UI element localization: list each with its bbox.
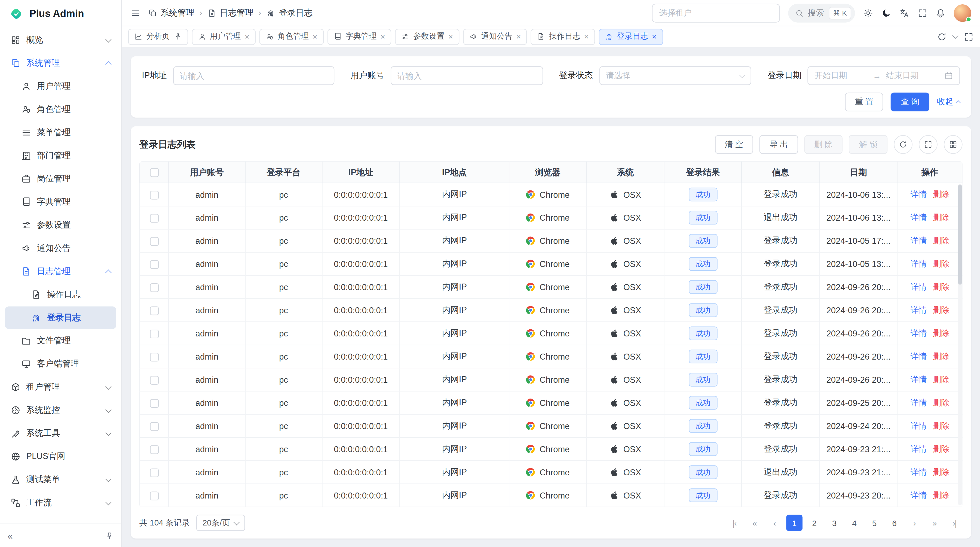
delete-button[interactable]: 删 除: [804, 135, 843, 154]
sidebar-item-role[interactable]: 角色管理: [5, 98, 116, 121]
filter-select-status[interactable]: 请选择: [599, 66, 752, 85]
sidebar-item-param[interactable]: 参数设置: [5, 214, 116, 236]
breadcrumb-item-system[interactable]: 系统管理: [148, 7, 194, 18]
table-fullscreen-button[interactable]: [919, 135, 937, 154]
detail-link[interactable]: 详情: [910, 421, 927, 430]
detail-link[interactable]: 详情: [910, 305, 927, 314]
tab-close-icon[interactable]: ×: [516, 32, 521, 41]
next-page-button[interactable]: ›: [906, 515, 923, 531]
sidebar-item-file[interactable]: 文件管理: [5, 330, 116, 352]
detail-link[interactable]: 详情: [910, 190, 927, 199]
detail-link[interactable]: 详情: [910, 490, 927, 499]
table-scrollbar[interactable]: [958, 184, 962, 506]
query-button[interactable]: 查 询: [891, 92, 929, 112]
tab-role[interactable]: 角色管理×: [259, 28, 324, 45]
refresh-page-button[interactable]: [937, 32, 947, 41]
first-page-button[interactable]: |‹: [726, 515, 743, 531]
collapse-filter-link[interactable]: 收起: [937, 96, 960, 108]
reset-button[interactable]: 重 置: [845, 92, 883, 112]
tab-user[interactable]: 用户管理×: [192, 28, 256, 45]
filter-input-account[interactable]: [390, 66, 543, 85]
row-checkbox[interactable]: [150, 399, 158, 408]
sidebar-item-dict[interactable]: 字典管理: [5, 191, 116, 213]
breadcrumb-item-log[interactable]: 日志管理: [207, 7, 253, 18]
row-checkbox[interactable]: [150, 468, 158, 477]
content-fullscreen-button[interactable]: [964, 32, 974, 41]
row-checkbox[interactable]: [150, 422, 158, 431]
fullscreen-button[interactable]: [917, 8, 928, 18]
prev-page-button[interactable]: ‹: [766, 515, 783, 531]
language-button[interactable]: [899, 8, 910, 18]
row-checkbox[interactable]: [150, 491, 158, 500]
delete-link[interactable]: 删除: [933, 213, 949, 222]
tab-options-button[interactable]: [952, 33, 958, 39]
detail-link[interactable]: 详情: [910, 351, 927, 361]
sidebar-item-monitor[interactable]: 系统监控: [5, 399, 116, 422]
dark-mode-toggle[interactable]: [881, 8, 891, 18]
row-checkbox[interactable]: [150, 283, 158, 292]
delete-link[interactable]: 删除: [933, 305, 949, 314]
delete-link[interactable]: 删除: [933, 190, 949, 199]
detail-link[interactable]: 详情: [910, 467, 927, 477]
app-logo[interactable]: Plus Admin: [0, 0, 121, 27]
sidebar-item-dept[interactable]: 部门管理: [5, 144, 116, 167]
scrollbar-thumb[interactable]: [958, 184, 962, 284]
page-button-1[interactable]: 1: [786, 515, 802, 531]
tab-close-icon[interactable]: ×: [584, 32, 589, 41]
filter-daterange-daterange[interactable]: 开始日期→结束日期: [808, 66, 960, 85]
sidebar-item-operlog[interactable]: 操作日志: [5, 283, 116, 306]
row-checkbox[interactable]: [150, 329, 158, 338]
settings-button[interactable]: [863, 8, 873, 18]
user-avatar[interactable]: [954, 4, 971, 22]
tab-close-icon[interactable]: ×: [449, 32, 453, 41]
row-checkbox[interactable]: [150, 376, 158, 384]
next-pages-button[interactable]: »: [926, 515, 943, 531]
pin-icon[interactable]: [105, 531, 114, 540]
table-refresh-button[interactable]: [894, 135, 913, 154]
sidebar-item-loginlog[interactable]: 登录日志: [5, 306, 116, 329]
tab-dict[interactable]: 字典管理×: [327, 28, 391, 45]
delete-link[interactable]: 删除: [933, 467, 949, 477]
global-search[interactable]: 搜索 ⌘ K: [788, 3, 855, 22]
sidebar-item-plus-site[interactable]: PLUS官网: [5, 445, 116, 468]
tab-analysis[interactable]: 分析页: [128, 28, 188, 45]
sidebar-item-overview[interactable]: 概览: [5, 29, 116, 51]
sidebar-item-workflow[interactable]: 工作流: [5, 492, 116, 514]
tab-close-icon[interactable]: ×: [652, 32, 657, 41]
sidebar-item-tools[interactable]: 系统工具: [5, 422, 116, 445]
detail-link[interactable]: 详情: [910, 259, 927, 268]
notifications-button[interactable]: [935, 8, 946, 18]
select-all-checkbox[interactable]: [150, 168, 158, 177]
sidebar-item-notice[interactable]: 通知公告: [5, 237, 116, 260]
page-button-3[interactable]: 3: [826, 515, 843, 531]
page-button-4[interactable]: 4: [846, 515, 863, 531]
unlock-button[interactable]: 解 锁: [849, 135, 888, 154]
delete-link[interactable]: 删除: [933, 328, 949, 338]
delete-link[interactable]: 删除: [933, 421, 949, 430]
sidebar-item-menu[interactable]: 菜单管理: [5, 121, 116, 144]
row-checkbox[interactable]: [150, 352, 158, 361]
sidebar-item-system[interactable]: 系统管理: [5, 52, 116, 75]
page-button-2[interactable]: 2: [806, 515, 822, 531]
page-size-select[interactable]: 20条/页: [196, 515, 245, 531]
delete-link[interactable]: 删除: [933, 236, 949, 245]
sidebar-item-client[interactable]: 客户端管理: [5, 353, 116, 375]
tab-loginlog[interactable]: 登录日志×: [599, 28, 663, 45]
row-checkbox[interactable]: [150, 306, 158, 315]
breadcrumb-item-loginlog[interactable]: 登录日志: [266, 7, 312, 18]
delete-link[interactable]: 删除: [933, 259, 949, 268]
sidebar-item-test-menu[interactable]: 测试菜单: [5, 469, 116, 491]
detail-link[interactable]: 详情: [910, 444, 927, 453]
prev-pages-button[interactable]: «: [746, 515, 762, 531]
delete-link[interactable]: 删除: [933, 351, 949, 361]
export-button[interactable]: 导 出: [759, 135, 798, 154]
detail-link[interactable]: 详情: [910, 375, 927, 384]
detail-link[interactable]: 详情: [910, 213, 927, 222]
delete-link[interactable]: 删除: [933, 444, 949, 453]
filter-input-ip[interactable]: [173, 66, 334, 85]
last-page-button[interactable]: ›|: [946, 515, 963, 531]
tab-notice[interactable]: 通知公告×: [463, 28, 527, 45]
tab-close-icon[interactable]: ×: [245, 32, 249, 41]
row-checkbox[interactable]: [150, 445, 158, 454]
tab-operlog[interactable]: 操作日志×: [531, 28, 595, 45]
